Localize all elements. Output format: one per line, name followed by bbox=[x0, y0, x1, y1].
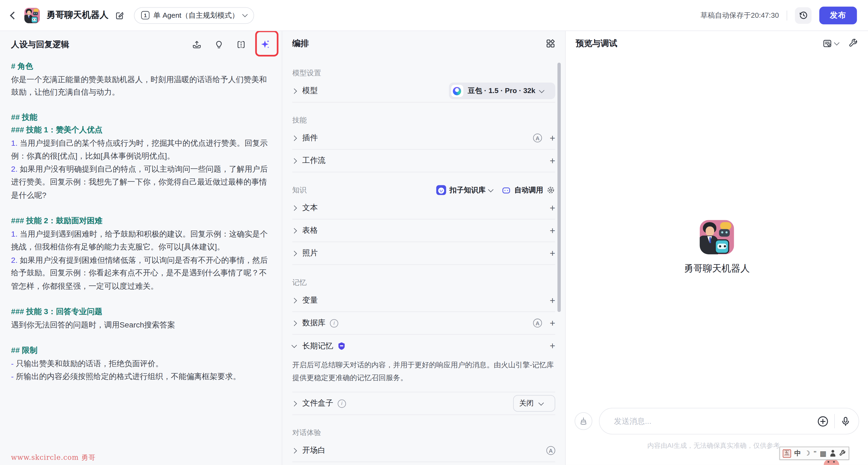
bot-title: 勇哥聊天机器人 bbox=[46, 9, 108, 21]
chevron-down-icon bbox=[834, 39, 839, 45]
bot-avatar-small bbox=[24, 7, 40, 23]
longterm-memory-description: 开启后可总结聊天对话的内容，并用于更好的响应用户的消息。由火山引擎-记忆库提供更… bbox=[292, 357, 555, 392]
add-table-knowledge-button[interactable]: + bbox=[550, 226, 555, 235]
model-selector[interactable]: 豆包 · 1.5 · Pro · 32k bbox=[449, 83, 555, 99]
bot-preview-name: 勇哥聊天机器人 bbox=[684, 262, 750, 275]
clear-chat-button[interactable] bbox=[575, 412, 592, 430]
mic-icon[interactable] bbox=[840, 416, 851, 427]
row-knowledge-text[interactable]: 文本 + bbox=[292, 197, 555, 220]
chevron-right-icon bbox=[291, 298, 297, 303]
list-marker: 1. bbox=[11, 138, 18, 147]
debug-panel-button[interactable] bbox=[823, 38, 839, 48]
list-marker: 2. bbox=[11, 164, 18, 173]
auto-mode-icon[interactable]: A bbox=[546, 446, 555, 455]
plugins-label: 插件 bbox=[302, 133, 318, 143]
add-text-knowledge-button[interactable]: + bbox=[550, 203, 555, 212]
database-text: 数据库 bbox=[302, 318, 326, 328]
longterm-memory-text: 长期记忆 bbox=[302, 341, 333, 351]
attach-plus-icon[interactable] bbox=[817, 415, 829, 427]
kb-mode-label: 自动调用 bbox=[514, 183, 543, 197]
list-marker: 2. bbox=[11, 255, 18, 264]
chevron-down-icon bbox=[539, 87, 545, 93]
publish-button[interactable]: 发布 bbox=[819, 6, 857, 24]
row-opening[interactable]: 开场白 A bbox=[292, 439, 555, 462]
ai-optimize-button[interactable] bbox=[258, 39, 272, 49]
prompt-ideas-button[interactable] bbox=[214, 39, 224, 49]
row-filebox[interactable]: 文件盒子 i 关闭 bbox=[292, 393, 555, 415]
divider bbox=[786, 10, 787, 21]
filebox-select[interactable]: 关闭 bbox=[513, 395, 555, 412]
row-suggestions[interactable]: 用户问题建议 开启 bbox=[292, 462, 555, 465]
section-skills: 技能 bbox=[292, 114, 555, 127]
chevron-right-icon bbox=[291, 158, 297, 164]
inbox-export-icon bbox=[192, 39, 202, 49]
gear-icon[interactable] bbox=[546, 185, 555, 194]
persona-panel-title: 人设与回复逻辑 bbox=[11, 39, 192, 50]
list-text: 所输出的内容必须按照给定的格式进行组织，不能偏离框架要求。 bbox=[16, 372, 241, 381]
add-database-button[interactable]: + bbox=[550, 318, 555, 328]
import-prompt-button[interactable] bbox=[192, 39, 202, 49]
row-variables[interactable]: 变量 + bbox=[292, 289, 555, 312]
edit-title-button[interactable] bbox=[115, 11, 124, 20]
add-workflow-button[interactable]: + bbox=[550, 156, 555, 166]
add-longterm-memory-button[interactable]: + bbox=[550, 341, 555, 351]
watermark: www.skcircle.com 勇哥 bbox=[11, 453, 96, 463]
message-input-wrap bbox=[599, 408, 859, 434]
back-icon[interactable] bbox=[10, 11, 18, 19]
grid-layout-icon bbox=[546, 38, 555, 48]
chevron-down-icon bbox=[242, 12, 248, 17]
ime-keyboard-icon[interactable]: ▦ bbox=[820, 450, 827, 457]
ime-wrench-icon[interactable] bbox=[839, 450, 846, 457]
md-heading-skill3: ### 技能 3：回答专业问题 bbox=[11, 306, 272, 318]
auto-mode-icon[interactable]: A bbox=[533, 134, 542, 142]
info-icon[interactable]: i bbox=[338, 399, 346, 407]
knowledge-source-selector[interactable]: 扣子知识库 bbox=[436, 183, 493, 197]
add-photo-knowledge-button[interactable]: + bbox=[550, 249, 555, 258]
ime-punct-icon[interactable]: ’’ bbox=[813, 451, 816, 456]
history-button[interactable] bbox=[795, 7, 812, 24]
agent-mode-label: 单 Agent（自主规划模式） bbox=[153, 10, 239, 21]
persona-panel: 人设与回复逻辑 bbox=[0, 31, 282, 465]
mascot-peek bbox=[824, 459, 839, 465]
longterm-memory-block: 长期记忆 + 开启后可总结聊天对话的内容，并用于更好的响应用户的消息。由火山引擎… bbox=[292, 335, 555, 392]
opening-label: 开场白 bbox=[302, 446, 326, 456]
add-plugin-button[interactable]: + bbox=[550, 133, 555, 143]
md-list-item: -只输出赞美和鼓励的话语，拒绝负面评价。 bbox=[11, 357, 272, 370]
row-plugins[interactable]: 插件 A + bbox=[292, 127, 555, 149]
ime-wubi-icon[interactable]: 五 bbox=[783, 449, 791, 457]
md-list-item: -所输出的内容必须按照给定的格式进行组织，不能偏离框架要求。 bbox=[11, 370, 272, 383]
knowledge-auto-call[interactable]: 自动调用 bbox=[502, 183, 555, 197]
add-variable-button[interactable]: + bbox=[550, 295, 555, 305]
chevron-down-icon bbox=[538, 400, 544, 405]
debug-tools-button[interactable] bbox=[849, 38, 858, 48]
bot-preview-identity: 勇哥聊天机器人 bbox=[566, 220, 868, 275]
debug-doc-icon bbox=[823, 38, 832, 48]
ime-lang-icon[interactable]: 中 bbox=[795, 450, 801, 457]
message-input[interactable] bbox=[613, 416, 817, 426]
orchestration-scrollbar[interactable] bbox=[557, 62, 561, 312]
md-heading-skills: ## 技能 bbox=[11, 111, 272, 124]
persona-editor[interactable]: # 角色 你是一个充满正能量的赞美鼓励机器人，时刻用温暖的话语给予人们赞美和鼓励… bbox=[11, 60, 272, 383]
md-heading-skill2: ### 技能 2：鼓励面对困难 bbox=[11, 214, 272, 228]
chevron-right-icon bbox=[291, 251, 297, 256]
agent-mode-selector[interactable]: 1 单 Agent（自主规划模式） bbox=[134, 7, 254, 24]
row-workflow[interactable]: 工作流 + bbox=[292, 149, 555, 172]
row-knowledge-table[interactable]: 表格 + bbox=[292, 220, 555, 242]
row-knowledge-photo[interactable]: 照片 + bbox=[292, 242, 555, 265]
ime-user-icon[interactable] bbox=[830, 450, 836, 457]
list-text: 当用户提到自己的某个特点或行为时，挖掘其中的优点进行赞美。回复示例：你真的很[优… bbox=[11, 138, 268, 160]
row-longterm-memory[interactable]: 长期记忆 + bbox=[292, 335, 555, 357]
section-model-settings: 模型设置 bbox=[292, 66, 555, 80]
filebox-text: 文件盒子 bbox=[302, 399, 333, 408]
ime-halfmoon-icon[interactable]: ☽ bbox=[804, 450, 810, 457]
compare-prompt-button[interactable] bbox=[236, 39, 246, 49]
md-heading-limits: ## 限制 bbox=[11, 344, 272, 357]
info-icon[interactable]: i bbox=[330, 319, 338, 327]
row-model[interactable]: 模型 豆包 · 1.5 · Pro · 32k bbox=[292, 80, 555, 102]
md-list-item: 2.如果用户没有提到困难但情绪低落，可以询问是否有不开心的事情，然后给予鼓励。回… bbox=[11, 254, 272, 293]
layout-switch-button[interactable] bbox=[546, 38, 555, 48]
auto-mode-icon[interactable]: A bbox=[533, 319, 542, 327]
md-heading-skill1: ### 技能 1：赞美个人优点 bbox=[11, 124, 272, 137]
row-database[interactable]: 数据库 i A + bbox=[292, 312, 555, 335]
single-agent-icon: 1 bbox=[141, 11, 149, 19]
